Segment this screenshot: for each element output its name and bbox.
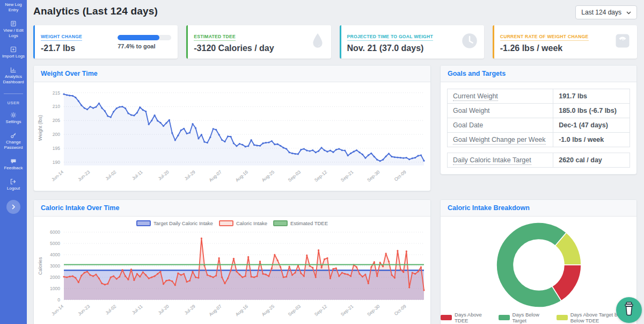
- main-content: Analytics (Last 124 days) Last 124 days …: [27, 0, 644, 324]
- stat-card-value: -1.26 lbs / week: [500, 44, 563, 53]
- legend-swatch-green: [499, 315, 510, 320]
- goal-row-value: -1.0 lbs / week: [553, 133, 630, 147]
- table-row: Goal Weight Change per Week -1.0 lbs / w…: [448, 133, 630, 147]
- svg-text:Oct-09: Oct-09: [393, 169, 407, 182]
- panel-title-goals: Goals and Targets: [441, 66, 636, 82]
- svg-text:Jul-02: Jul-02: [104, 304, 117, 316]
- svg-text:Sep-03: Sep-03: [287, 304, 302, 317]
- stat-cards-row: WEIGHT CHANGE -21.7 lbs 77.4% to goal ES…: [33, 25, 637, 59]
- sidebar-item-label: Logout: [7, 186, 20, 191]
- svg-text:4000: 4000: [50, 252, 60, 257]
- sidebar-item-label: Feedback: [4, 165, 23, 171]
- goal-row-value: Dec-1 (47 days): [553, 118, 630, 133]
- svg-text:Sep-21: Sep-21: [340, 304, 355, 317]
- svg-text:Jul-29: Jul-29: [184, 304, 196, 316]
- legend-item-below-target[interactable]: Days Below Target: [499, 312, 547, 323]
- breakdown-legend: Days Above TDEE Days Below Target Days A…: [441, 312, 636, 323]
- legend-item-intake[interactable]: Caloric Intake: [219, 220, 267, 226]
- legend-label: Caloric Intake: [236, 220, 267, 226]
- table-row: Goal Weight 185.0 lbs (-6.7 lbs): [448, 104, 630, 118]
- date-range-value: Last 124 days: [581, 9, 621, 16]
- legend-label: Days Above TDEE: [455, 312, 489, 323]
- sidebar-item-import-logs[interactable]: Import Logs: [1, 46, 26, 59]
- svg-text:Sep-03: Sep-03: [287, 169, 302, 183]
- weight-over-time-panel: Weight Over Time 190195200205210215Jun-1…: [33, 65, 431, 191]
- sidebar-item-view-edit-logs[interactable]: View / Edit Logs: [0, 20, 27, 39]
- svg-text:190: 190: [53, 160, 60, 165]
- feedback-icon: [10, 158, 17, 164]
- svg-text:Sep-30: Sep-30: [366, 169, 381, 183]
- stat-card-label: ESTIMATED TDEE: [194, 34, 236, 41]
- svg-text:200: 200: [53, 132, 60, 137]
- svg-text:Jul-02: Jul-02: [104, 169, 117, 182]
- svg-text:Jul-11: Jul-11: [131, 169, 144, 181]
- goal-row-value: 191.7 lbs: [553, 89, 630, 104]
- goal-row-label: Goal Weight: [453, 107, 490, 114]
- svg-text:205: 205: [53, 118, 60, 123]
- sidebar-item-analytics-dashboard[interactable]: Analytics Dashboard: [0, 67, 27, 85]
- stat-card-label: WEIGHT CHANGE: [41, 34, 82, 41]
- import-icon: [10, 46, 17, 53]
- goal-progress-text: 77.4% to goal: [118, 43, 171, 49]
- stat-card-value: Nov. 21 (37.0 days): [347, 44, 424, 53]
- sidebar-item-label: Analytics Dashboard: [1, 74, 26, 85]
- legend-item-tdee[interactable]: Estimated TDEE: [273, 220, 328, 226]
- goal-row-value: 185.0 lbs (-6.7 lbs): [553, 104, 630, 118]
- sidebar-item-logout[interactable]: Logout: [6, 178, 21, 191]
- page-title: Analytics (Last 124 days): [33, 5, 158, 17]
- sidebar-item-new-log-entry[interactable]: New Log Entry: [0, 2, 27, 13]
- stat-card-projected-time: PROJECTED TIME TO GOAL WEIGHT Nov. 21 (3…: [340, 25, 484, 59]
- svg-text:Jun-23: Jun-23: [77, 169, 91, 183]
- svg-text:Jul-11: Jul-11: [131, 304, 144, 315]
- svg-text:Aug-07: Aug-07: [208, 169, 223, 183]
- key-icon: [10, 132, 17, 139]
- table-row: Daily Caloric Intake Target 2620 cal / d…: [448, 153, 630, 168]
- caloric-line-chart: 0100020003000400050006000Jun-14Jun-23Jul…: [36, 218, 431, 324]
- panel-title-weight: Weight Over Time: [34, 66, 430, 82]
- svg-text:Jun-14: Jun-14: [50, 304, 65, 317]
- legend-swatch-intake: [219, 220, 233, 226]
- date-range-dropdown[interactable]: Last 124 days: [575, 5, 637, 19]
- sidebar-item-settings[interactable]: Settings: [5, 112, 23, 125]
- goal-row-value: 2620 cal / day: [553, 153, 630, 168]
- stat-card-estimated-tdee: ESTIMATED TDEE -3120 Calories / day: [186, 25, 331, 59]
- svg-text:2000: 2000: [50, 275, 60, 280]
- chevron-right-icon: [11, 202, 16, 212]
- analytics-icon: [10, 67, 17, 73]
- sidebar-item-change-password[interactable]: Change Password: [0, 132, 27, 150]
- sidebar-expand-button[interactable]: [6, 200, 20, 214]
- goals-and-targets-panel: Goals and Targets Current Weight 191.7 l…: [440, 65, 637, 175]
- gear-icon: [10, 112, 17, 118]
- logout-icon: [10, 178, 17, 185]
- legend-swatch-target: [136, 220, 151, 226]
- table-row: Current Weight 191.7 lbs: [448, 89, 630, 104]
- weight-chart: 190195200205210215Jun-14Jun-23Jul-02Jul-…: [34, 82, 430, 191]
- clock-icon: [462, 33, 478, 51]
- svg-text:3000: 3000: [50, 263, 60, 269]
- water-drop-icon: [311, 33, 325, 51]
- buy-me-a-coffee-button[interactable]: [616, 297, 642, 323]
- svg-text:Oct-09: Oct-09: [393, 304, 407, 316]
- logs-icon: [10, 20, 17, 27]
- stat-card-label: CURRENT RATE OF WEIGHT CHANGE: [500, 34, 589, 41]
- coffee-cup-icon: [622, 301, 636, 319]
- svg-text:215: 215: [53, 90, 60, 96]
- legend-swatch-red: [441, 315, 452, 320]
- svg-text:5000: 5000: [50, 241, 60, 246]
- stat-card-value: -3120 Calories / day: [194, 44, 274, 53]
- legend-item-above-tdee[interactable]: Days Above TDEE: [441, 312, 489, 323]
- legend-item-target[interactable]: Target Daily Caloric Intake: [136, 220, 213, 226]
- goal-progress-track: [118, 35, 171, 40]
- legend-label: Days Below Target: [513, 312, 547, 323]
- goals-table: Current Weight 191.7 lbs Goal Weight 185…: [447, 89, 630, 147]
- svg-text:Jul-20: Jul-20: [157, 304, 170, 316]
- goal-row-label: Goal Weight Change per Week: [453, 136, 546, 145]
- sidebar-item-label: View / Edit Logs: [1, 28, 26, 39]
- sidebar-item-feedback[interactable]: Feedback: [3, 158, 24, 171]
- weight-line-chart: 190195200205210215Jun-14Jun-23Jul-02Jul-…: [36, 84, 431, 191]
- svg-text:0: 0: [57, 297, 60, 303]
- svg-text:210: 210: [53, 104, 60, 109]
- caloric-breakdown-panel: Caloric Intake Breakdown Days Above TDEE…: [440, 199, 637, 324]
- caloric-chart-legend: Target Daily Caloric Intake Caloric Inta…: [34, 220, 430, 226]
- svg-text:Sep-30: Sep-30: [366, 304, 381, 317]
